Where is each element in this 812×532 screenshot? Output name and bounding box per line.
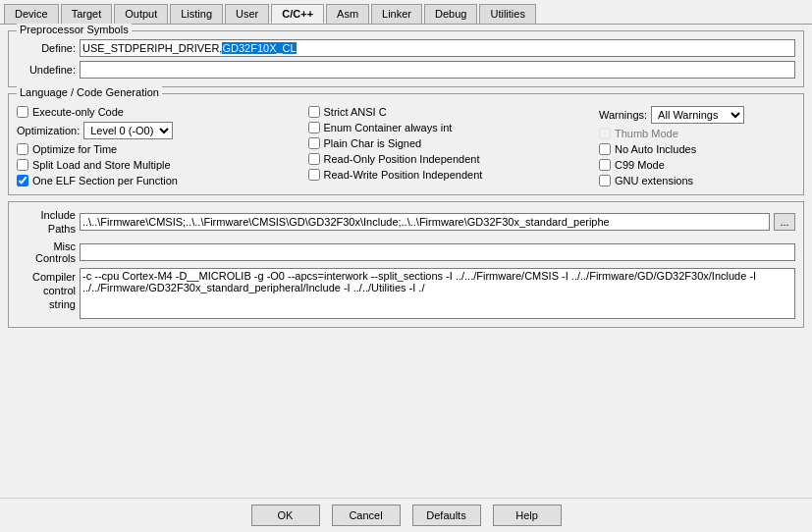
ok-button[interactable]: OK	[251, 505, 320, 526]
optimize-time-checkbox[interactable]	[17, 143, 28, 155]
warnings-label: Warnings:	[599, 109, 647, 121]
include-group: IncludePaths ... MiscControls Compilerco…	[8, 201, 804, 328]
lang-col1: Execute-only Code Optimization: Level 0 …	[17, 106, 308, 186]
preprocessor-label: Preprocessor Symbols	[17, 24, 132, 35]
one-elf-label: One ELF Section per Function	[32, 175, 178, 186]
no-auto-checkbox[interactable]	[599, 143, 611, 155]
warnings-row: Warnings: All Warnings	[599, 106, 795, 124]
strict-ansi-row: Strict ANSI C	[308, 106, 600, 118]
optimization-label: Optimization:	[17, 125, 80, 136]
undefine-row: Undefine:	[17, 61, 795, 79]
optimize-time-label: Optimize for Time	[32, 143, 117, 155]
misc-controls-row: MiscControls	[17, 240, 795, 264]
tab-device[interactable]: Device	[4, 4, 59, 24]
split-load-label: Split Load and Store Multiple	[32, 159, 171, 171]
thumb-mode-label: Thumb Mode	[615, 128, 678, 139]
define-label: Define:	[17, 42, 76, 54]
tab-user[interactable]: User	[225, 4, 269, 24]
tab-target[interactable]: Target	[61, 4, 113, 24]
plain-char-checkbox[interactable]	[308, 137, 320, 149]
read-write-pos-label: Read-Write Position Independent	[324, 169, 483, 181]
misc-controls-label: MiscControls	[17, 240, 76, 264]
thumb-mode-checkbox	[599, 128, 611, 139]
compiler-control-label: Compilercontrolstring	[17, 268, 76, 312]
split-load-row: Split Load and Store Multiple	[17, 159, 308, 171]
c99-mode-label: C99 Mode	[615, 159, 665, 171]
split-load-checkbox[interactable]	[17, 159, 28, 171]
tab-asm[interactable]: Asm	[326, 4, 369, 24]
browse-button[interactable]: ...	[774, 213, 795, 231]
tab-utilities[interactable]: Utilities	[479, 4, 535, 24]
help-button[interactable]: Help	[493, 505, 562, 526]
tab-cpp[interactable]: C/C++	[271, 4, 324, 24]
include-paths-input[interactable]	[80, 213, 770, 231]
define-input[interactable]: USE_STDPERIPH_DRIVER,GD32F10X_CL	[80, 39, 795, 57]
strict-ansi-checkbox[interactable]	[308, 106, 320, 118]
include-paths-label: IncludePaths	[17, 208, 76, 237]
gnu-ext-checkbox[interactable]	[599, 175, 611, 186]
read-only-pos-row: Read-Only Position Independent	[308, 153, 600, 165]
gnu-ext-row: GNU extensions	[599, 175, 795, 186]
main-content: Preprocessor Symbols Define: USE_STDPERI…	[0, 25, 812, 498]
read-write-pos-row: Read-Write Position Independent	[308, 169, 600, 181]
dialog: Device Target Output Listing User C/C++ …	[0, 0, 812, 532]
thumb-mode-row: Thumb Mode	[599, 128, 795, 139]
read-only-pos-label: Read-Only Position Independent	[324, 153, 480, 165]
cancel-button[interactable]: Cancel	[332, 505, 401, 526]
tab-bar: Device Target Output Listing User C/C++ …	[0, 0, 812, 25]
paths-section: IncludePaths ... MiscControls Compilerco…	[17, 208, 795, 319]
execute-only-row: Execute-only Code	[17, 106, 308, 118]
lang-columns: Execute-only Code Optimization: Level 0 …	[17, 106, 795, 186]
button-bar: OK Cancel Defaults Help	[0, 498, 812, 532]
tab-output[interactable]: Output	[114, 4, 168, 24]
warnings-select[interactable]: All Warnings	[651, 106, 744, 124]
define-highlight-text: GD32F10X_CL	[222, 42, 296, 54]
compiler-control-row: Compilercontrolstring -c --cpu Cortex-M4…	[17, 268, 795, 319]
no-auto-row: No Auto Includes	[599, 143, 795, 155]
define-plain-text: USE_STDPERIPH_DRIVER,	[82, 42, 222, 54]
c99-mode-row: C99 Mode	[599, 159, 795, 171]
lang-col2: Strict ANSI C Enum Container always int …	[308, 106, 600, 186]
c99-mode-checkbox[interactable]	[599, 159, 611, 171]
optimize-time-row: Optimize for Time	[17, 143, 308, 155]
enum-container-row: Enum Container always int	[308, 122, 600, 133]
include-paths-row: IncludePaths ...	[17, 208, 795, 237]
enum-container-checkbox[interactable]	[308, 122, 320, 133]
no-auto-label: No Auto Includes	[615, 143, 696, 155]
plain-char-row: Plain Char is Signed	[308, 137, 600, 149]
define-row: Define: USE_STDPERIPH_DRIVER,GD32F10X_CL	[17, 39, 795, 57]
one-elf-row: One ELF Section per Function	[17, 175, 308, 186]
plain-char-label: Plain Char is Signed	[324, 137, 422, 149]
defaults-button[interactable]: Defaults	[412, 505, 481, 526]
compiler-control-textarea[interactable]: -c --cpu Cortex-M4 -D__MICROLIB -g -O0 -…	[80, 268, 795, 319]
tab-linker[interactable]: Linker	[371, 4, 422, 24]
preprocessor-group: Preprocessor Symbols Define: USE_STDPERI…	[8, 30, 804, 87]
lang-col3: Warnings: All Warnings Thumb Mode No Aut…	[599, 106, 795, 186]
execute-only-label: Execute-only Code	[32, 106, 124, 118]
tab-debug[interactable]: Debug	[424, 4, 477, 24]
read-only-pos-checkbox[interactable]	[308, 153, 320, 165]
strict-ansi-label: Strict ANSI C	[324, 106, 387, 118]
language-group: Language / Code Generation Execute-only …	[8, 93, 804, 195]
optimization-row: Optimization: Level 0 (-O0)	[17, 122, 308, 139]
read-write-pos-checkbox[interactable]	[308, 169, 320, 181]
language-label: Language / Code Generation	[17, 86, 162, 98]
one-elf-checkbox[interactable]	[17, 175, 28, 186]
tab-listing[interactable]: Listing	[170, 4, 223, 24]
misc-controls-input[interactable]	[80, 243, 795, 261]
execute-only-checkbox[interactable]	[17, 106, 28, 118]
undefine-input[interactable]	[80, 61, 795, 79]
optimization-select[interactable]: Level 0 (-O0)	[83, 122, 173, 139]
gnu-ext-label: GNU extensions	[615, 175, 693, 186]
enum-container-label: Enum Container always int	[324, 122, 453, 133]
undefine-label: Undefine:	[17, 64, 76, 76]
